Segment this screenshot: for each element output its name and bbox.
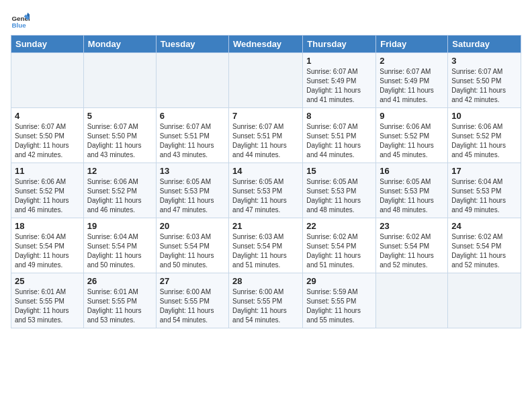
day-number: 1 (306, 56, 372, 66)
calendar-cell (229, 53, 303, 108)
calendar-cell: 9Sunrise: 6:06 AMSunset: 5:52 PMDaylight… (376, 108, 448, 163)
day-info: Sunrise: 6:04 AMSunset: 5:54 PMDaylight:… (87, 232, 152, 270)
day-info: Sunrise: 6:07 AMSunset: 5:50 PMDaylight:… (451, 67, 517, 105)
calendar-cell: 3Sunrise: 6:07 AMSunset: 5:50 PMDaylight… (448, 53, 521, 108)
day-header-saturday: Saturday (448, 36, 521, 53)
day-info: Sunrise: 6:06 AMSunset: 5:52 PMDaylight:… (451, 122, 517, 160)
calendar-cell: 14Sunrise: 6:05 AMSunset: 5:53 PMDayligh… (229, 163, 303, 218)
day-number: 21 (232, 221, 299, 231)
day-header-sunday: Sunday (11, 36, 84, 53)
calendar-cell: 17Sunrise: 6:04 AMSunset: 5:53 PMDayligh… (448, 163, 521, 218)
day-number: 20 (160, 221, 225, 231)
svg-text:Blue: Blue (11, 21, 26, 29)
calendar-cell: 26Sunrise: 6:01 AMSunset: 5:55 PMDayligh… (83, 273, 156, 328)
calendar-cell: 15Sunrise: 6:05 AMSunset: 5:53 PMDayligh… (303, 163, 376, 218)
calendar-cell (448, 273, 521, 328)
calendar-cell: 23Sunrise: 6:02 AMSunset: 5:54 PMDayligh… (376, 218, 448, 273)
calendar-week-row: 1Sunrise: 6:07 AMSunset: 5:49 PMDaylight… (11, 53, 521, 108)
calendar-week-row: 4Sunrise: 6:07 AMSunset: 5:50 PMDaylight… (11, 108, 521, 163)
day-number: 25 (15, 276, 80, 286)
day-number: 28 (232, 276, 299, 286)
day-header-wednesday: Wednesday (229, 36, 303, 53)
day-number: 23 (380, 221, 444, 231)
day-info: Sunrise: 6:00 AMSunset: 5:55 PMDaylight:… (232, 287, 299, 325)
calendar-cell (83, 53, 156, 108)
day-info: Sunrise: 6:01 AMSunset: 5:55 PMDaylight:… (87, 287, 152, 325)
calendar-cell: 19Sunrise: 6:04 AMSunset: 5:54 PMDayligh… (83, 218, 156, 273)
calendar-cell: 8Sunrise: 6:07 AMSunset: 5:51 PMDaylight… (303, 108, 376, 163)
calendar-cell: 18Sunrise: 6:04 AMSunset: 5:54 PMDayligh… (11, 218, 84, 273)
calendar-cell: 22Sunrise: 6:02 AMSunset: 5:54 PMDayligh… (303, 218, 376, 273)
calendar-cell: 21Sunrise: 6:03 AMSunset: 5:54 PMDayligh… (229, 218, 303, 273)
calendar-cell: 16Sunrise: 6:05 AMSunset: 5:53 PMDayligh… (376, 163, 448, 218)
calendar-week-row: 25Sunrise: 6:01 AMSunset: 5:55 PMDayligh… (11, 273, 521, 328)
calendar-cell: 28Sunrise: 6:00 AMSunset: 5:55 PMDayligh… (229, 273, 303, 328)
calendar-cell: 5Sunrise: 6:07 AMSunset: 5:50 PMDaylight… (83, 108, 156, 163)
day-number: 17 (451, 166, 517, 176)
day-number: 16 (380, 166, 444, 176)
calendar-cell: 25Sunrise: 6:01 AMSunset: 5:55 PMDayligh… (11, 273, 84, 328)
day-info: Sunrise: 6:00 AMSunset: 5:55 PMDaylight:… (160, 287, 225, 325)
calendar-header-row: SundayMondayTuesdayWednesdayThursdayFrid… (11, 36, 521, 53)
day-number: 14 (232, 166, 299, 176)
calendar-week-row: 18Sunrise: 6:04 AMSunset: 5:54 PMDayligh… (11, 218, 521, 273)
day-number: 9 (380, 111, 444, 121)
calendar-cell: 11Sunrise: 6:06 AMSunset: 5:52 PMDayligh… (11, 163, 84, 218)
calendar-cell: 12Sunrise: 6:06 AMSunset: 5:52 PMDayligh… (83, 163, 156, 218)
day-header-monday: Monday (83, 36, 156, 53)
day-number: 3 (451, 56, 517, 66)
calendar-cell: 27Sunrise: 6:00 AMSunset: 5:55 PMDayligh… (156, 273, 228, 328)
day-info: Sunrise: 6:05 AMSunset: 5:53 PMDaylight:… (306, 177, 372, 215)
day-number: 27 (160, 276, 225, 286)
day-info: Sunrise: 6:04 AMSunset: 5:53 PMDaylight:… (451, 177, 517, 215)
day-info: Sunrise: 6:03 AMSunset: 5:54 PMDaylight:… (160, 232, 225, 270)
day-info: Sunrise: 6:05 AMSunset: 5:53 PMDaylight:… (160, 177, 225, 215)
calendar-cell: 1Sunrise: 6:07 AMSunset: 5:49 PMDaylight… (303, 53, 376, 108)
day-info: Sunrise: 6:01 AMSunset: 5:55 PMDaylight:… (15, 287, 80, 325)
calendar-cell: 10Sunrise: 6:06 AMSunset: 5:52 PMDayligh… (448, 108, 521, 163)
calendar-cell: 20Sunrise: 6:03 AMSunset: 5:54 PMDayligh… (156, 218, 228, 273)
calendar-cell (376, 273, 448, 328)
day-info: Sunrise: 6:03 AMSunset: 5:54 PMDaylight:… (232, 232, 299, 270)
calendar-cell: 6Sunrise: 6:07 AMSunset: 5:51 PMDaylight… (156, 108, 228, 163)
calendar-cell (11, 53, 84, 108)
day-info: Sunrise: 6:02 AMSunset: 5:54 PMDaylight:… (380, 232, 444, 270)
day-info: Sunrise: 6:06 AMSunset: 5:52 PMDaylight:… (87, 177, 152, 215)
logo: General Blue (11, 11, 32, 30)
day-info: Sunrise: 6:06 AMSunset: 5:52 PMDaylight:… (380, 122, 444, 160)
logo-icon: General Blue (11, 11, 30, 30)
calendar-cell: 29Sunrise: 5:59 AMSunset: 5:55 PMDayligh… (303, 273, 376, 328)
day-number: 7 (232, 111, 299, 121)
calendar-cell: 2Sunrise: 6:07 AMSunset: 5:49 PMDaylight… (376, 53, 448, 108)
day-info: Sunrise: 6:05 AMSunset: 5:53 PMDaylight:… (380, 177, 444, 215)
calendar-cell: 4Sunrise: 6:07 AMSunset: 5:50 PMDaylight… (11, 108, 84, 163)
day-number: 12 (87, 166, 152, 176)
day-info: Sunrise: 6:07 AMSunset: 5:50 PMDaylight:… (87, 122, 152, 160)
day-header-tuesday: Tuesday (156, 36, 228, 53)
day-info: Sunrise: 6:07 AMSunset: 5:51 PMDaylight:… (232, 122, 299, 160)
page-header: General Blue (11, 11, 521, 30)
day-number: 15 (306, 166, 372, 176)
day-info: Sunrise: 6:06 AMSunset: 5:52 PMDaylight:… (15, 177, 80, 215)
day-number: 10 (451, 111, 517, 121)
day-header-thursday: Thursday (303, 36, 376, 53)
day-info: Sunrise: 6:07 AMSunset: 5:49 PMDaylight:… (306, 67, 372, 105)
day-number: 8 (306, 111, 372, 121)
day-info: Sunrise: 6:05 AMSunset: 5:53 PMDaylight:… (232, 177, 299, 215)
day-info: Sunrise: 6:07 AMSunset: 5:51 PMDaylight:… (160, 122, 225, 160)
day-number: 4 (15, 111, 80, 121)
calendar-cell: 7Sunrise: 6:07 AMSunset: 5:51 PMDaylight… (229, 108, 303, 163)
day-info: Sunrise: 6:02 AMSunset: 5:54 PMDaylight:… (451, 232, 517, 270)
calendar-table: SundayMondayTuesdayWednesdayThursdayFrid… (11, 35, 521, 328)
day-info: Sunrise: 6:04 AMSunset: 5:54 PMDaylight:… (15, 232, 80, 270)
day-header-friday: Friday (376, 36, 448, 53)
day-number: 24 (451, 221, 517, 231)
day-info: Sunrise: 6:07 AMSunset: 5:49 PMDaylight:… (380, 67, 444, 105)
day-info: Sunrise: 6:07 AMSunset: 5:50 PMDaylight:… (15, 122, 80, 160)
day-number: 18 (15, 221, 80, 231)
day-number: 19 (87, 221, 152, 231)
day-info: Sunrise: 5:59 AMSunset: 5:55 PMDaylight:… (306, 287, 372, 325)
day-number: 26 (87, 276, 152, 286)
calendar-week-row: 11Sunrise: 6:06 AMSunset: 5:52 PMDayligh… (11, 163, 521, 218)
day-number: 13 (160, 166, 225, 176)
